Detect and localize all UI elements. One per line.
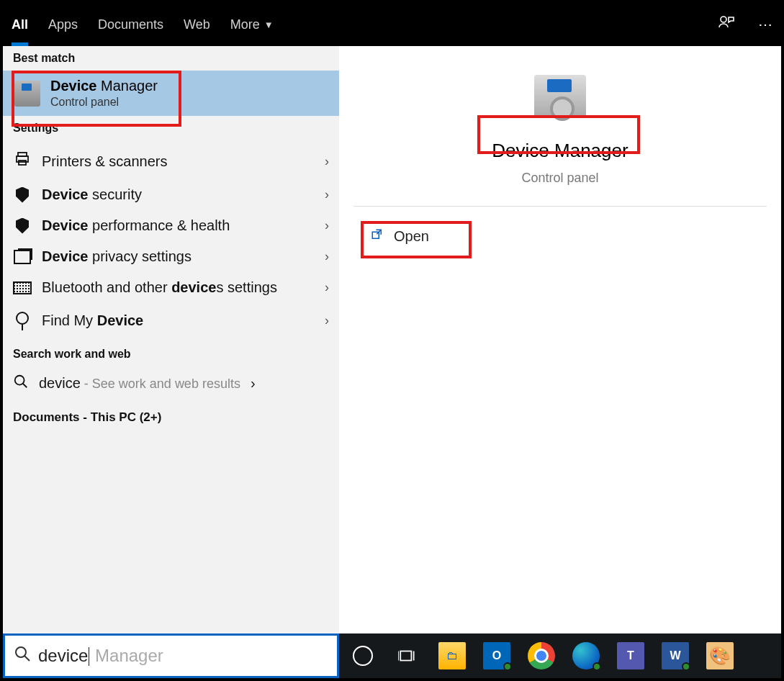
location-icon bbox=[13, 310, 32, 330]
task-view-icon[interactable] bbox=[394, 642, 421, 669]
devices-icon bbox=[13, 281, 32, 294]
annotation-highlight-box bbox=[12, 71, 181, 127]
svg-rect-9 bbox=[400, 651, 411, 661]
more-options-icon[interactable]: ⋯ bbox=[758, 16, 772, 33]
settings-item-label: Bluetooth and other devices settings bbox=[42, 279, 277, 296]
chevron-right-icon: › bbox=[325, 313, 329, 328]
search-filter-bar: All Apps Documents Web More ▼ ⋯ bbox=[3, 3, 781, 46]
filter-tab-apps[interactable]: Apps bbox=[48, 3, 78, 46]
open-action[interactable]: Open bbox=[353, 221, 767, 252]
settings-item-device-security[interactable]: Device security › bbox=[3, 179, 339, 210]
svg-point-0 bbox=[721, 17, 726, 22]
chevron-right-icon: › bbox=[325, 280, 329, 295]
settings-item-label: Printers & scanners bbox=[42, 153, 168, 170]
filter-tab-documents[interactable]: Documents bbox=[98, 3, 163, 46]
taskbar: 🗀 O T W 🎨 bbox=[339, 633, 781, 678]
shield-icon bbox=[13, 218, 32, 234]
file-explorer-icon[interactable]: 🗀 bbox=[438, 642, 466, 669]
work-web-search-item[interactable]: device - See work and web results › bbox=[3, 366, 339, 400]
teams-icon[interactable]: T bbox=[617, 642, 644, 669]
settings-results-list: Printers & scanners › Device security › … bbox=[3, 140, 339, 342]
svg-line-5 bbox=[23, 384, 27, 388]
chevron-right-icon: › bbox=[251, 375, 256, 392]
results-list-pane: Best match Device Manager Control panel … bbox=[3, 46, 339, 633]
filter-tab-all[interactable]: All bbox=[12, 3, 28, 46]
svg-point-7 bbox=[16, 647, 26, 657]
annotation-highlight-box bbox=[477, 115, 640, 154]
cortana-icon[interactable] bbox=[349, 642, 377, 669]
settings-item-device-privacy[interactable]: Device privacy settings › bbox=[3, 241, 339, 272]
feedback-icon[interactable] bbox=[718, 14, 735, 35]
privacy-icon bbox=[13, 250, 32, 264]
shield-icon bbox=[13, 187, 32, 203]
best-match-device-manager[interactable]: Device Manager Control panel bbox=[3, 71, 339, 116]
best-match-heading: Best match bbox=[3, 46, 339, 71]
result-preview-pane: Device Manager Control panel Open bbox=[339, 46, 781, 633]
svg-point-4 bbox=[15, 376, 24, 385]
settings-item-label: Device performance & health bbox=[42, 217, 230, 234]
chevron-right-icon: › bbox=[325, 154, 329, 169]
settings-item-label: Device privacy settings bbox=[42, 248, 192, 265]
search-text: device Manager bbox=[38, 646, 163, 667]
device-manager-large-icon bbox=[534, 75, 586, 118]
filter-tab-web[interactable]: Web bbox=[184, 3, 210, 46]
settings-item-bluetooth-devices[interactable]: Bluetooth and other devices settings › bbox=[3, 272, 339, 303]
work-web-label: device - See work and web results bbox=[39, 375, 240, 392]
bottom-bar: device Manager 🗀 O T W 🎨 bbox=[3, 633, 781, 678]
chrome-icon[interactable] bbox=[528, 642, 555, 669]
work-web-heading: Search work and web bbox=[3, 342, 339, 366]
annotation-highlight-box bbox=[361, 221, 472, 258]
svg-rect-3 bbox=[19, 161, 26, 165]
settings-item-printers-scanners[interactable]: Printers & scanners › bbox=[3, 143, 339, 179]
svg-line-8 bbox=[24, 656, 30, 661]
chevron-right-icon: › bbox=[325, 187, 329, 202]
chevron-right-icon: › bbox=[325, 249, 329, 264]
search-results-area: Best match Device Manager Control panel … bbox=[3, 46, 781, 633]
settings-item-label: Find My Device bbox=[42, 312, 143, 329]
settings-item-label: Device security bbox=[42, 186, 142, 203]
search-icon bbox=[14, 645, 31, 667]
paint-icon[interactable]: 🎨 bbox=[706, 642, 734, 669]
chevron-down-icon: ▼ bbox=[264, 19, 274, 30]
filter-tab-more-label: More bbox=[230, 17, 260, 32]
printer-icon bbox=[13, 150, 32, 172]
settings-item-device-performance-health[interactable]: Device performance & health › bbox=[3, 210, 339, 241]
preview-subtitle: Control panel bbox=[521, 171, 598, 186]
search-input[interactable]: device Manager bbox=[3, 633, 339, 678]
filter-tab-more[interactable]: More ▼ bbox=[230, 3, 274, 46]
chevron-right-icon: › bbox=[325, 218, 329, 233]
documents-heading: Documents - This PC (2+) bbox=[3, 400, 339, 435]
search-icon bbox=[13, 374, 29, 393]
settings-item-find-my-device[interactable]: Find My Device › bbox=[3, 303, 339, 338]
